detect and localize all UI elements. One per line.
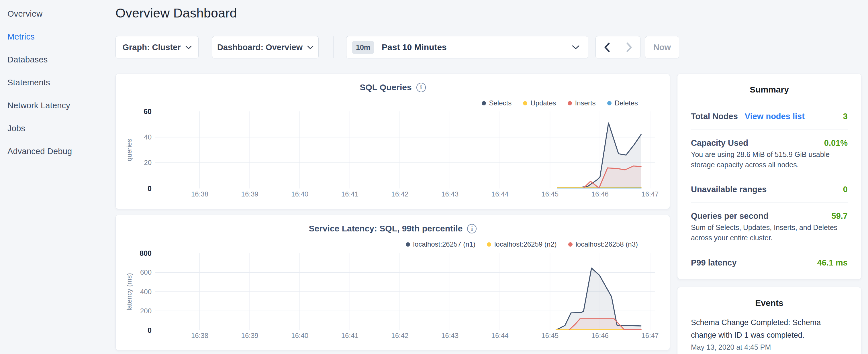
legend-label: Inserts (575, 99, 596, 107)
y-tick-label: 600 (116, 268, 152, 277)
chart-plot-area[interactable] (155, 253, 655, 330)
sidebar-item-overview[interactable]: Overview (0, 2, 115, 25)
legend-dot (406, 242, 410, 247)
y-tick-label: 800 (116, 249, 152, 258)
sidebar-item-network-latency[interactable]: Network Latency (0, 94, 115, 117)
x-tick-label: 16:43 (430, 332, 470, 340)
summary-row-queries-per-second: Queries per second 59.7 Sum of Selects, … (691, 202, 848, 249)
y-tick-label: 0 (116, 184, 152, 193)
dashboard-dropdown[interactable]: Dashboard: Overview (212, 36, 319, 58)
x-tick-label: 16:42 (380, 332, 420, 340)
x-tick-label: 16:44 (480, 190, 520, 198)
chevron-down-icon (307, 45, 313, 49)
legend-dot (568, 242, 572, 247)
x-tick-label: 16:38 (180, 332, 220, 340)
chevron-down-icon (572, 45, 580, 50)
legend-label: localhost:26258 (n3) (576, 240, 638, 248)
summary-row-capacity-used: Capacity Used 0.01% You are using 28.6 M… (691, 129, 848, 176)
view-nodes-list-link[interactable]: View nodes list (745, 112, 805, 121)
summary-row-p99-latency: P99 latency 46.1 ms (691, 249, 848, 268)
legend-label: Selects (489, 99, 512, 107)
legend-dot (482, 101, 486, 105)
legend-item-selects[interactable]: Selects (482, 99, 512, 107)
chart-legend: Selects Updates Inserts Deletes (482, 99, 638, 107)
legend-dot (607, 101, 612, 105)
legend-label: Updates (530, 99, 556, 107)
time-range-pager (595, 36, 641, 58)
legend-item-n3[interactable]: localhost:26258 (n3) (568, 240, 638, 248)
sidebar-item-databases[interactable]: Databases (0, 48, 115, 71)
chevron-down-icon (185, 45, 192, 49)
event-timestamp: May 13, 2020 at 4:45 PM (691, 342, 848, 352)
x-tick-label: 16:46 (580, 332, 620, 340)
y-tick-label: 0 (116, 326, 152, 335)
x-axis-ticks: 16:3816:3916:4016:4116:4216:4316:4416:45… (155, 332, 655, 342)
sidebar-item-advanced-debug[interactable]: Advanced Debug (0, 140, 115, 163)
chart-canvas (155, 111, 655, 189)
chart-legend: localhost:26257 (n1) localhost:26259 (n2… (406, 240, 638, 248)
graph-dropdown[interactable]: Graph: Cluster (116, 36, 198, 58)
time-range-label: Past 10 Minutes (382, 42, 447, 52)
summary-value: 59.7 (832, 212, 848, 221)
x-tick-label: 16:40 (280, 190, 320, 198)
events-title: Events (691, 287, 848, 308)
x-tick-label: 16:40 (280, 332, 320, 340)
legend-item-inserts[interactable]: Inserts (568, 99, 596, 107)
app-root: Overview Metrics Databases Statements Ne… (0, 0, 868, 354)
summary-value: 0 (843, 185, 848, 194)
chevron-left-icon (604, 42, 610, 52)
x-tick-label: 16:42 (380, 190, 420, 198)
y-tick-label: 20 (116, 158, 152, 167)
chevron-right-icon (626, 42, 632, 52)
sidebar-nav-list: Overview Metrics Databases Statements Ne… (0, 2, 115, 163)
legend-item-deletes[interactable]: Deletes (607, 99, 638, 107)
info-icon[interactable]: i (416, 83, 426, 92)
prev-range-button[interactable] (596, 36, 618, 58)
graph-dropdown-label: Graph: Cluster (122, 43, 181, 52)
x-tick-label: 16:47 (630, 190, 670, 198)
legend-label: Deletes (615, 99, 638, 107)
legend-dot (568, 101, 572, 105)
x-tick-label: 16:41 (330, 332, 370, 340)
legend-label: localhost:26257 (n1) (413, 240, 475, 248)
x-tick-label: 16:45 (530, 190, 570, 198)
summary-subtext: Sum of Selects, Updates, Inserts, and De… (691, 222, 848, 243)
dashboard-dropdown-label: Dashboard: Overview (217, 43, 303, 52)
time-range-dropdown[interactable]: 10m Past 10 Minutes (346, 36, 588, 58)
legend-item-updates[interactable]: Updates (523, 99, 556, 107)
sidebar-item-jobs[interactable]: Jobs (0, 117, 115, 140)
next-range-button[interactable] (618, 36, 640, 58)
x-tick-label: 16:44 (480, 332, 520, 340)
summary-subtext: You are using 28.6 MiB of 515.9 GiB usab… (691, 149, 848, 170)
summary-value: 3 (843, 112, 848, 121)
summary-label: Queries per second (691, 211, 769, 221)
event-text: Schema Change Completed: Schema change w… (691, 316, 826, 342)
y-tick-label: 60 (116, 107, 152, 116)
sidebar-item-metrics[interactable]: Metrics (0, 25, 115, 48)
x-tick-label: 16:38 (180, 190, 220, 198)
x-tick-label: 16:46 (580, 190, 620, 198)
event-item[interactable]: Schema Change Completed: Schema change w… (691, 316, 848, 352)
legend-item-n1[interactable]: localhost:26257 (n1) (406, 240, 475, 248)
x-tick-label: 16:41 (330, 190, 370, 198)
legend-label: localhost:26259 (n2) (494, 240, 557, 248)
y-tick-label: 40 (116, 133, 152, 142)
x-tick-label: 16:45 (530, 332, 570, 340)
x-tick-label: 16:39 (230, 190, 270, 198)
summary-label: Total Nodes (691, 111, 738, 122)
sql-queries-chart-card: SQL Queries i Selects Updates Inserts De… (116, 74, 670, 209)
time-range-badge: 10m (352, 41, 374, 54)
chart-plot-area[interactable] (155, 111, 655, 189)
sidebar-item-statements[interactable]: Statements (0, 71, 115, 94)
summary-value: 0.01% (824, 138, 848, 148)
x-tick-label: 16:47 (630, 332, 670, 340)
chart-title: SQL Queries (360, 83, 411, 92)
summary-label: P99 latency (691, 257, 737, 268)
summary-row-total-nodes: Total Nodes View nodes list 3 (691, 95, 848, 129)
legend-item-n2[interactable]: localhost:26259 (n2) (487, 240, 557, 248)
y-tick-label: 200 (116, 307, 152, 316)
now-button[interactable]: Now (645, 36, 679, 58)
info-icon[interactable]: i (467, 224, 476, 233)
x-tick-label: 16:43 (430, 190, 470, 198)
events-panel: Events Schema Change Completed: Schema c… (677, 287, 861, 354)
